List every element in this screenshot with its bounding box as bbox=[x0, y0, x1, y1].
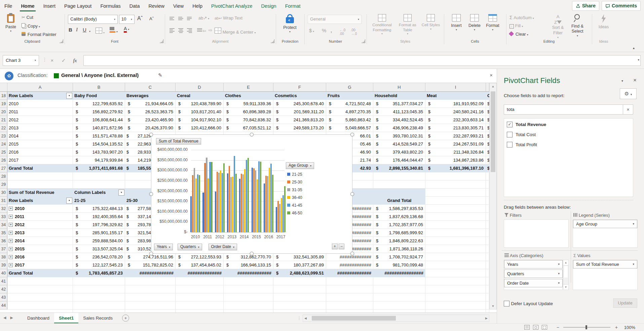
cell-J22[interactable]: $ bbox=[486, 124, 489, 132]
classification-close-icon[interactable]: × bbox=[490, 72, 493, 78]
cell-D18[interactable]: Cereal bbox=[176, 92, 224, 100]
filters-drop-area[interactable] bbox=[504, 219, 569, 248]
column-header-C[interactable]: C bbox=[125, 83, 176, 92]
cell-B39[interactable]: $122,127,545.23 bbox=[73, 261, 125, 269]
legend-field-button[interactable]: Age Group▾ bbox=[286, 162, 314, 169]
chart-selection-handle[interactable] bbox=[350, 192, 354, 196]
cell-B18[interactable]: Baby Food bbox=[73, 92, 125, 100]
cell-A37[interactable]: +2015 bbox=[7, 245, 73, 253]
cancel-formula-icon[interactable]: × bbox=[47, 55, 57, 66]
sheet-tab-sales-records[interactable]: Sales Records bbox=[78, 313, 117, 323]
collapse-ribbon-icon[interactable]: ▲ bbox=[632, 46, 635, 50]
cell-G19[interactable]: $4,721,502.48 bbox=[326, 100, 373, 108]
cell-H20[interactable]: $411,123,045.35 bbox=[373, 108, 425, 116]
row-header-27[interactable]: 27 bbox=[0, 164, 7, 172]
expand-field-button[interactable]: + bbox=[332, 244, 338, 249]
cell-F21[interactable]: $241,369,813.20 bbox=[273, 116, 326, 124]
format-cells-button[interactable]: Format▾ bbox=[484, 14, 501, 32]
classification-edit-icon[interactable]: ✎ bbox=[158, 72, 162, 78]
cell-A26[interactable]: 2017 bbox=[7, 156, 73, 164]
row-header-35[interactable]: 35 bbox=[0, 229, 7, 237]
percent-style-button[interactable]: % bbox=[322, 28, 326, 33]
cell-J19[interactable]: $ bbox=[486, 100, 489, 108]
cell-A19[interactable]: 2010 bbox=[7, 100, 73, 108]
column-header-D[interactable]: D bbox=[176, 83, 224, 92]
menu-tab-pivotchart-analyze[interactable]: PivotChart Analyze bbox=[207, 0, 257, 12]
number-format-combo[interactable]: General▾ bbox=[308, 15, 362, 24]
filter-dropdown-button[interactable]: ▾ bbox=[118, 190, 124, 196]
underline-dropdown[interactable]: ▾ bbox=[88, 28, 90, 33]
align-left-icon[interactable] bbox=[169, 28, 175, 35]
row-header-40[interactable]: 40 bbox=[0, 269, 7, 277]
menu-tab-insert[interactable]: Insert bbox=[39, 0, 60, 12]
filter-dropdown-button[interactable]: ▾ bbox=[66, 198, 72, 204]
cell-F39[interactable]: $180,377,267.89 bbox=[273, 261, 326, 269]
horizontal-scroll-thumb[interactable] bbox=[312, 316, 396, 321]
cell-B34[interactable]: $197,796,329.82 bbox=[73, 221, 125, 229]
cell-J26[interactable]: $ bbox=[486, 156, 489, 164]
cell-D20[interactable]: $103,817,201.40 bbox=[176, 108, 224, 116]
chart-selection-handle[interactable] bbox=[350, 133, 354, 136]
column-header-B[interactable]: B bbox=[73, 83, 125, 92]
legend-drop-area[interactable]: Age Group▾ bbox=[573, 219, 638, 248]
cell-A30[interactable]: Sum of Total Revenue bbox=[7, 189, 73, 197]
tab-scroll-right-icon[interactable]: ▶ bbox=[10, 316, 13, 320]
column-header-J[interactable] bbox=[486, 83, 489, 92]
cell-A27[interactable]: Grand Total bbox=[7, 164, 73, 172]
row-header-20[interactable]: 20 bbox=[0, 108, 7, 116]
cell-B35[interactable]: $285,901,155.17 bbox=[73, 229, 125, 237]
cell-C39[interactable]: $151,782,825.02 bbox=[125, 261, 176, 269]
format-painter-button[interactable]: Format Painter bbox=[22, 32, 56, 37]
cell-styles-button[interactable]: Cell Styles▾ bbox=[420, 14, 441, 31]
cell-A18[interactable]: Row Labels▾ bbox=[7, 92, 73, 100]
expand-icon[interactable]: + bbox=[9, 255, 13, 259]
row-header-31[interactable]: 31 bbox=[0, 197, 7, 205]
cell-J23[interactable]: $ bbox=[486, 132, 489, 140]
comma-style-button[interactable]: , bbox=[331, 28, 332, 33]
chart-selection-handle[interactable] bbox=[250, 252, 254, 255]
row-header-29[interactable]: 29 bbox=[0, 180, 7, 189]
cell-A22[interactable]: 2013 bbox=[7, 124, 73, 132]
pivot-chart[interactable]: Sum of Total Revenue$400,000,000.00$350,… bbox=[151, 134, 352, 254]
clear-button[interactable]: Clear▾ bbox=[509, 32, 528, 37]
wrap-text-button[interactable]: ab↩ Wrap Text bbox=[215, 15, 242, 20]
column-header-H[interactable]: H bbox=[373, 83, 425, 92]
cell-B38[interactable]: $236,542,078.20 bbox=[73, 253, 125, 261]
row-header-37[interactable]: 37 bbox=[0, 245, 7, 253]
cell-H35[interactable]: $1,798,685,999.92 bbox=[373, 229, 425, 237]
cell-D38[interactable]: $272,122,553.93 bbox=[176, 253, 224, 261]
cell-I24[interactable]: $234,267,501.09 bbox=[425, 140, 486, 148]
expand-icon[interactable]: + bbox=[9, 223, 13, 227]
cell-H24[interactable]: $414,528,549.27 bbox=[373, 140, 425, 148]
axis-field-button-order-date[interactable]: Order Date▾ bbox=[209, 244, 237, 250]
cell-F40[interactable]: $2,488,623,099.51 bbox=[273, 269, 326, 277]
axis-scroll-down-icon[interactable]: ▼ bbox=[563, 284, 568, 290]
align-center-icon[interactable] bbox=[178, 28, 184, 35]
cell-H38[interactable]: $1,708,702,924.77 bbox=[373, 253, 425, 261]
normal-view-icon[interactable] bbox=[524, 325, 530, 330]
cell-C20[interactable]: $26,523,363.75 bbox=[125, 108, 176, 116]
area-chip-order-date[interactable]: Order Date▾ bbox=[504, 279, 563, 287]
chart-selection-handle[interactable] bbox=[250, 133, 254, 136]
cell-E38[interactable]: $312,862,770.70 bbox=[224, 253, 273, 261]
align-middle-icon[interactable] bbox=[178, 16, 184, 22]
borders-button[interactable]: ▾ bbox=[96, 28, 105, 35]
cell-A34[interactable]: +2012 bbox=[7, 221, 73, 229]
delete-cells-button[interactable]: Delete▾ bbox=[466, 14, 483, 32]
page-layout-view-icon[interactable] bbox=[533, 325, 538, 330]
row-header-33[interactable]: 33 bbox=[0, 213, 7, 221]
chart-title-field-button[interactable]: Sum of Total Revenue bbox=[156, 138, 201, 144]
cell-H18[interactable]: Household bbox=[373, 92, 425, 100]
cell-F22[interactable]: $249,589,173.20 bbox=[273, 124, 326, 132]
cell-I18[interactable]: Meat bbox=[425, 92, 486, 100]
decrease-decimal-button[interactable]: .00→.0 bbox=[351, 28, 357, 36]
field-checkbox[interactable] bbox=[507, 132, 513, 137]
zoom-out-icon[interactable]: − bbox=[557, 325, 559, 330]
cell-H31[interactable]: Grand Total bbox=[373, 197, 425, 205]
defer-layout-checkbox[interactable] bbox=[504, 301, 509, 306]
row-header-26[interactable]: 26 bbox=[0, 156, 7, 164]
area-chip-age-group[interactable]: Age Group▾ bbox=[573, 220, 637, 228]
cell-B23[interactable]: $151,571,478.88 bbox=[73, 132, 125, 140]
row-header-36[interactable]: 36 bbox=[0, 237, 7, 245]
increase-indent-icon[interactable]: ⇨ bbox=[209, 28, 212, 33]
